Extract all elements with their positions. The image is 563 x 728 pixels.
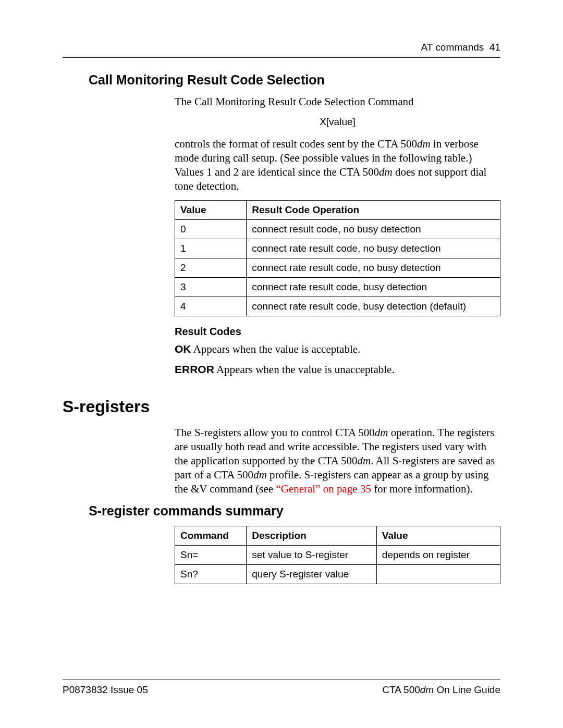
sreg-table: Command Description Value Sn=set value t…	[175, 526, 500, 584]
body-paragraph: controls the format of result codes sent…	[175, 137, 500, 193]
table-row: 4connect rate result code, busy detectio…	[175, 297, 500, 316]
table-header-row: Command Description Value	[175, 526, 500, 545]
table-row: 0connect result code, no busy detection	[175, 220, 500, 239]
footer: P0873832 Issue 05 CTA 500dm On Line Guid…	[63, 680, 500, 696]
col-value: Value	[376, 526, 500, 545]
command-syntax: X[value]	[175, 116, 500, 128]
content-area: AT commands 41 Call Monitoring Result Co…	[63, 42, 500, 686]
sreg-paragraph: The S-registers allow you to control CTA…	[175, 426, 500, 496]
table-row: 3connect rate result code, busy detectio…	[175, 278, 500, 297]
cross-ref-link[interactable]: “General” on page 35	[276, 483, 371, 495]
page: AT commands 41 Call Monitoring Result Co…	[0, 0, 563, 728]
heading-s-registers: S-registers	[63, 397, 500, 416]
table-row: 1connect rate result code, no busy detec…	[175, 239, 500, 258]
heading-call-monitoring: Call Monitoring Result Code Selection	[89, 72, 500, 88]
table-header-row: Value Result Code Operation	[175, 201, 500, 220]
footer-right: CTA 500dm On Line Guide	[382, 684, 500, 696]
footer-left: P0873832 Issue 05	[63, 684, 148, 696]
running-header: AT commands 41	[63, 42, 500, 57]
col-operation: Result Code Operation	[247, 201, 500, 220]
header-rule	[63, 57, 500, 58]
heading-result-codes: Result Codes	[175, 326, 500, 338]
col-value: Value	[175, 201, 247, 220]
sreg-table-block: Command Description Value Sn=set value t…	[175, 526, 500, 584]
intro-line: The Call Monitoring Result Code Selectio…	[175, 95, 500, 109]
header-page-number: 41	[489, 42, 500, 53]
value-table: Value Result Code Operation 0connect res…	[175, 200, 500, 316]
header-section: AT commands	[421, 42, 484, 53]
col-command: Command	[175, 526, 247, 545]
intro-block: The Call Monitoring Result Code Selectio…	[175, 95, 500, 376]
col-description: Description	[247, 526, 377, 545]
result-ok: OK Appears when the value is acceptable.	[175, 343, 500, 356]
table-row: Sn=set value to S-registerdepends on reg…	[175, 545, 500, 564]
result-error: ERROR Appears when the value is unaccept…	[175, 363, 500, 376]
sreg-block: The S-registers allow you to control CTA…	[175, 426, 500, 496]
table-row: Sn?query S-register value	[175, 564, 500, 584]
heading-sreg-summary: S-register commands summary	[89, 503, 500, 519]
table-row: 2connect rate result code, no busy detec…	[175, 258, 500, 278]
